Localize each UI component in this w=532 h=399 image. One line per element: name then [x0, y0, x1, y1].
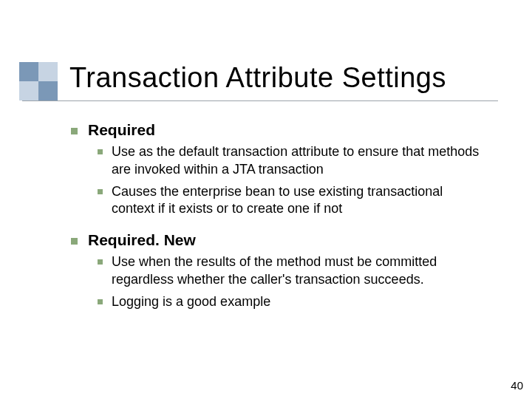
deco-square [19, 62, 38, 81]
slide-title: Transaction Attribute Settings [69, 62, 446, 94]
square-bullet-icon [71, 238, 78, 245]
section-heading: Required [88, 121, 155, 139]
square-bullet-icon [71, 128, 78, 134]
deco-square [38, 81, 58, 100]
slide-body: Required Use as the default transaction … [71, 117, 488, 324]
deco-square [19, 81, 38, 100]
list-item: Logging is a good example [98, 293, 488, 311]
square-bullet-icon [98, 259, 103, 265]
list-item: Use as the default transaction attribute… [98, 143, 488, 179]
square-bullet-icon [98, 189, 103, 194]
list-item: Use when the results of the method must … [98, 253, 488, 289]
list-item-text: Causes the enterprise bean to use existi… [112, 183, 488, 219]
list-item-text: Use when the results of the method must … [112, 253, 488, 289]
title-underline [22, 100, 498, 101]
list-item: Required. New [71, 231, 488, 249]
sub-list: Use when the results of the method must … [98, 253, 488, 310]
list-item-text: Use as the default transaction attribute… [112, 143, 488, 179]
list-item: Causes the enterprise bean to use existi… [98, 183, 488, 219]
sub-list: Use as the default transaction attribute… [98, 143, 488, 218]
list-item: Required [71, 121, 488, 139]
square-bullet-icon [98, 149, 103, 154]
section-heading: Required. New [88, 231, 196, 249]
square-bullet-icon [98, 299, 103, 304]
list-item-text: Logging is a good example [112, 293, 270, 311]
page-number: 40 [511, 379, 523, 392]
slide: Transaction Attribute Settings Required … [0, 0, 532, 399]
deco-square [38, 62, 58, 81]
